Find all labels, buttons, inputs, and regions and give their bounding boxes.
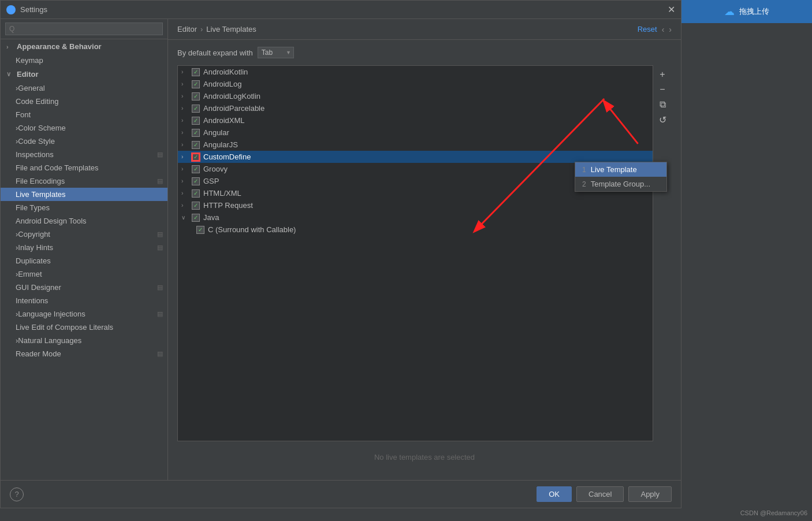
sidebar-item-inspections[interactable]: Inspections ▤ (1, 148, 167, 161)
dropdown-item-num: 1 (582, 166, 586, 174)
settings-dialog: Settings ✕ › Appearance & Behavior Keyma… (0, 0, 681, 508)
sidebar-item-duplicates[interactable]: Duplicates (1, 254, 167, 267)
top-right-widget: ☁ 拖拽上传 (681, 0, 812, 23)
template-child-java-c[interactable]: ✓ C (Surround with Callable) (178, 224, 653, 236)
checkbox-java[interactable]: ✓ (192, 214, 200, 222)
remove-button[interactable]: − (655, 83, 669, 96)
help-button[interactable]: ? (10, 487, 24, 501)
sidebar-item-language-injections[interactable]: › Language Injections ▤ (1, 307, 167, 321)
undo-button[interactable]: ↺ (655, 113, 669, 126)
dialog-body: › Appearance & Behavior Keymap ∨ Editor … (1, 19, 681, 480)
sidebar-item-label: Code Style (18, 137, 55, 146)
add-button[interactable]: + (655, 68, 669, 81)
sidebar-item-label: Language Injections (18, 310, 85, 318)
sidebar-item-file-code-templates[interactable]: File and Code Templates (1, 161, 167, 174)
sidebar-item-emmet[interactable]: › Emmet (1, 267, 167, 281)
checkbox-angular[interactable]: ✓ (192, 129, 200, 137)
forward-button[interactable]: › (669, 25, 672, 34)
reset-button[interactable]: Reset (638, 25, 657, 34)
sidebar-item-reader-mode[interactable]: Reader Mode ▤ (1, 347, 167, 360)
search-input[interactable] (5, 23, 163, 35)
dropdown-item-template-group[interactable]: 2 Template Group... (575, 177, 666, 191)
dropdown-item-label: Live Template (591, 165, 637, 174)
page-icon: ▤ (157, 244, 163, 251)
sidebar-item-label: File and Code Templates (16, 163, 99, 172)
sidebar-item-live-edit[interactable]: Live Edit of Compose Literals (1, 321, 167, 334)
group-name: AndroidLog (203, 80, 242, 88)
sidebar-item-label: Live Edit of Compose Literals (16, 323, 113, 332)
page-icon: ▤ (157, 310, 163, 318)
sidebar-item-code-style[interactable]: › Code Style (1, 135, 167, 148)
checkbox-gsp[interactable]: ✓ (192, 177, 200, 185)
expand-select[interactable]: Tab Enter Space (258, 47, 294, 58)
sidebar-item-file-encodings[interactable]: File Encodings ▤ (1, 174, 167, 188)
ok-button[interactable]: OK (537, 486, 572, 502)
checkbox-angular-js[interactable]: ✓ (192, 141, 200, 149)
sidebar-item-intentions[interactable]: Intentions (1, 294, 167, 307)
watermark: CSDN @Redamancy06 (740, 509, 807, 516)
sidebar-item-file-types[interactable]: File Types (1, 201, 167, 214)
dropdown-item-label: Template Group... (591, 180, 650, 188)
sidebar-item-copyright[interactable]: › Copyright ▤ (1, 228, 167, 241)
sidebar-item-appearance[interactable]: › Appearance & Behavior (1, 39, 167, 54)
sidebar: › Appearance & Behavior Keymap ∨ Editor … (1, 19, 168, 480)
sidebar-item-gui-designer[interactable]: GUI Designer ▤ (1, 281, 167, 294)
template-group-http-request[interactable]: › ✓ HTTP Request (178, 199, 653, 211)
group-name: Angular (203, 128, 229, 137)
sidebar-item-label: File Types (16, 203, 50, 212)
template-group-android-log[interactable]: › ✓ AndroidLog (178, 78, 653, 90)
checkbox-java-c[interactable]: ✓ (196, 226, 204, 234)
sidebar-item-font[interactable]: Font (1, 108, 167, 121)
sidebar-item-keymap[interactable]: Keymap (1, 54, 167, 67)
checkbox-http-request[interactable]: ✓ (192, 202, 200, 210)
sidebar-item-live-templates[interactable]: Live Templates (1, 188, 167, 201)
group-name: Java (203, 213, 219, 222)
template-group-android-xml[interactable]: › ✓ AndroidXML (178, 114, 653, 126)
chevron-right-icon: › (181, 166, 189, 172)
template-group-angular-js[interactable]: › ✓ AngularJS (178, 139, 653, 151)
close-button[interactable]: ✕ (668, 5, 675, 14)
group-name: AndroidParcelable (203, 104, 265, 113)
content-area: By default expand with Tab Enter Space (168, 40, 681, 480)
checkbox-android-parcelable[interactable]: ✓ (192, 105, 200, 113)
sidebar-item-label: Natural Languages (18, 336, 81, 345)
checkbox-android-xml[interactable]: ✓ (192, 117, 200, 125)
group-name: GSP (203, 177, 219, 185)
cancel-button[interactable]: Cancel (576, 486, 624, 502)
copy-button[interactable]: ⧉ (655, 98, 669, 111)
sidebar-item-label: Android Design Tools (16, 217, 87, 225)
checkbox-custom-define[interactable]: ✓ (192, 153, 200, 161)
group-name: CustomDefine (203, 152, 251, 161)
template-group-custom-define[interactable]: › ✓ CustomDefine (178, 151, 653, 163)
template-group-android-kotlin[interactable]: › ✓ AndroidKotlin (178, 66, 653, 78)
sidebar-item-android-design-tools[interactable]: Android Design Tools (1, 214, 167, 228)
template-group-android-log-kotlin[interactable]: › ✓ AndroidLogKotlin (178, 90, 653, 102)
checkbox-android-log-kotlin[interactable]: ✓ (192, 92, 200, 101)
checkbox-android-kotlin[interactable]: ✓ (192, 68, 200, 76)
template-group-java[interactable]: ∨ ✓ Java (178, 211, 653, 224)
sidebar-item-natural-languages[interactable]: › Natural Languages (1, 334, 167, 347)
sidebar-item-code-editing[interactable]: Code Editing (1, 95, 167, 108)
templates-panel: › ✓ AndroidKotlin › ✓ AndroidLog › (177, 65, 672, 441)
checkbox-android-log[interactable]: ✓ (192, 80, 200, 88)
template-group-android-parcelable[interactable]: › ✓ AndroidParcelable (178, 102, 653, 114)
sidebar-item-editor[interactable]: ∨ Editor (1, 67, 167, 81)
search-box (1, 19, 167, 39)
chevron-right-icon: › (181, 117, 189, 124)
sidebar-item-label: Color Scheme (18, 124, 65, 132)
page-icon: ▤ (157, 350, 163, 358)
checkbox-groovy[interactable]: ✓ (192, 165, 200, 173)
breadcrumb-separator: › (200, 25, 203, 34)
sidebar-item-color-scheme[interactable]: › Color Scheme (1, 121, 167, 135)
sidebar-item-label: Reader Mode (16, 349, 61, 358)
sidebar-item-label: Inspections (16, 150, 54, 159)
back-button[interactable]: ‹ (662, 25, 665, 34)
apply-button[interactable]: Apply (628, 486, 672, 502)
sidebar-item-inlay-hints[interactable]: › Inlay Hints ▤ (1, 241, 167, 254)
dropdown-item-live-template[interactable]: 1 Live Template (575, 162, 666, 177)
sidebar-item-general[interactable]: › General (1, 81, 167, 95)
checkbox-html-xml[interactable]: ✓ (192, 189, 200, 198)
expand-select-wrapper: Tab Enter Space (258, 47, 294, 58)
template-group-angular[interactable]: › ✓ Angular (178, 126, 653, 139)
sidebar-item-label: General (18, 84, 44, 92)
